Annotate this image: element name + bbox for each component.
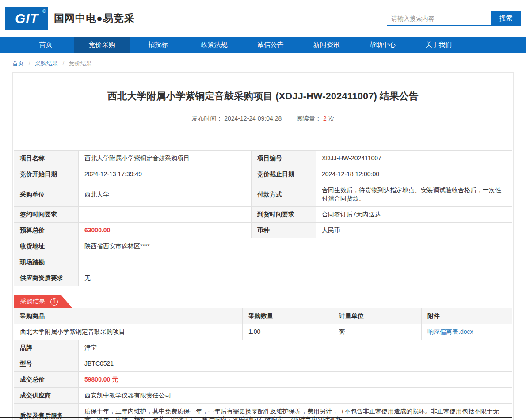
search-bar: 搜索 — [387, 11, 521, 26]
table-row: 收货地址 陕西省西安市碑林区**** — [14, 238, 512, 254]
nav-item-tendering[interactable]: 招投标 — [130, 37, 186, 53]
search-input[interactable] — [387, 11, 491, 26]
info-value: 陕西省西安市碑林区**** — [79, 238, 512, 254]
winning-supplier: 西安凯中教学仪器有限责任公司 — [79, 388, 512, 404]
info-label: 竞价截止日期 — [252, 166, 316, 182]
info-label: 到货时间要求 — [252, 207, 316, 223]
column-header: 采购商品 — [14, 308, 243, 324]
breadcrumb-purchase-results[interactable]: 采购结果 — [35, 60, 58, 67]
result-detail-table: 品牌 津宝 型号 JBTC0521 成交总价 59800.00 元 成交供应商 … — [14, 340, 512, 420]
table-row: 成交供应商 西安凯中教学仪器有限责任公司 — [14, 388, 512, 404]
info-value: 合同签订后7天内送达 — [316, 207, 512, 223]
table-row: 预算总价 63000.00 币种 人民币 — [14, 223, 512, 238]
info-label: 预算总价 — [14, 223, 79, 238]
page-title: 西北大学附属小学紫铜定音鼓采购项目 (XDJJ-HW-202411007) 结果… — [27, 90, 499, 103]
info-value: 2024-12-13 17:39:49 — [79, 166, 252, 182]
table-row: 型号 JBTC0521 — [14, 356, 512, 372]
nav-item-about-us[interactable]: 关于我们 — [411, 37, 467, 53]
column-header: 采购数量 — [243, 308, 333, 324]
info-value: 无 — [79, 270, 512, 286]
model-value: JBTC0521 — [79, 356, 512, 372]
breadcrumb-home[interactable]: 首页 — [12, 60, 24, 67]
views-label: 阅读量： — [297, 115, 321, 122]
info-label: 项目编号 — [252, 151, 316, 166]
table-row: 现场踏勘 — [14, 254, 512, 270]
info-label: 采购单位 — [14, 182, 79, 207]
info-value: 合同生效后，待货物到达指定地点、安装调试验收合格后，一次性付清合同货款。 — [316, 182, 512, 207]
info-label: 币种 — [252, 223, 316, 238]
window-bottom-edge — [0, 417, 512, 418]
detail-label: 型号 — [14, 356, 79, 372]
table-row: 项目名称 西北大学附属小学紫铜定音鼓采购项目 项目编号 XDJJ-HW-2024… — [14, 151, 512, 166]
nav-item-help-center[interactable]: 帮助中心 — [354, 37, 411, 53]
views-count: 2 — [323, 115, 327, 122]
info-label: 供应商资质要求 — [14, 270, 79, 286]
table-row: 竞价开始日期 2024-12-13 17:39:49 竞价截止日期 2024-1… — [14, 166, 512, 182]
views-unit: 次 — [328, 115, 335, 122]
info-value — [79, 207, 252, 223]
detail-label: 品牌 — [14, 340, 79, 356]
site-name: 国网中电●易竞采 — [54, 11, 135, 25]
result-tab-flag[interactable]: 采购结果 1 — [14, 295, 72, 308]
info-label: 付款方式 — [252, 182, 316, 207]
breadcrumb-current: 竞价结果 — [69, 60, 92, 67]
info-label: 收货地址 — [14, 238, 79, 254]
table-row: 供应商资质要求 无 — [14, 270, 512, 286]
project-info-table: 项目名称 西北大学附属小学紫铜定音鼓采购项目 项目编号 XDJJ-HW-2024… — [14, 150, 512, 286]
dashed-divider — [14, 133, 512, 133]
info-value: 人民币 — [316, 223, 512, 238]
table-row: 西北大学附属小学紫铜定音鼓采购项目 1.00 套 响应偏离表.docx — [14, 324, 512, 340]
info-label: 项目名称 — [14, 151, 79, 166]
info-label: 现场踏勘 — [14, 254, 79, 270]
table-row: 签约时间要求 到货时间要求 合同签订后7天内送达 — [14, 207, 512, 223]
info-value — [79, 254, 512, 270]
detail-label: 成交总价 — [14, 372, 79, 388]
budget-total-value: 63000.00 — [79, 223, 252, 238]
deal-total-price: 59800.00 元 — [79, 372, 512, 388]
table-row: 成交总价 59800.00 元 — [14, 372, 512, 388]
table-row: 采购单位 西北大学 付款方式 合同生效后，待货物到达指定地点、安装调试验收合格后… — [14, 182, 512, 207]
table-header-row: 采购商品 采购数量 计量单位 附件 — [14, 308, 512, 324]
breadcrumb-separator: / — [63, 60, 65, 67]
info-label: 签约时间要求 — [14, 207, 79, 223]
registered-trademark-icon: ® — [42, 8, 46, 14]
nav-item-home[interactable]: 首页 — [18, 37, 74, 53]
measure-unit: 套 — [333, 324, 422, 340]
top-header: GIT ® 国网中电●易竞采 搜索 — [0, 0, 526, 37]
article-meta: 发布时间： 2024-12-24 09:04:28 阅读量： 2 次 — [14, 115, 512, 123]
info-value: XDJJ-HW-202411007 — [316, 151, 512, 166]
detail-label: 成交供应商 — [14, 388, 79, 404]
logo-text: GIT — [15, 11, 38, 26]
info-value: 西北大学 — [79, 182, 252, 207]
main-nav: 首页 竞价采购 招投标 政策法规 诚信公告 新闻资讯 帮助中心 关于我们 — [0, 37, 526, 53]
brand-value: 津宝 — [79, 340, 512, 356]
nav-item-bidding-purchase[interactable]: 竞价采购 — [74, 37, 130, 53]
site-logo[interactable]: GIT ® — [5, 7, 48, 30]
announcement-panel: 西北大学附属小学紫铜定音鼓采购项目 (XDJJ-HW-202411007) 结果… — [12, 72, 514, 420]
table-row: 品牌 津宝 — [14, 340, 512, 356]
purchase-quantity: 1.00 — [243, 324, 333, 340]
nav-item-policies[interactable]: 政策法规 — [186, 37, 242, 53]
result-product-table: 采购商品 采购数量 计量单位 附件 西北大学附属小学紫铜定音鼓采购项目 1.00… — [14, 308, 512, 340]
result-tab-label: 采购结果 — [20, 298, 45, 306]
result-count-badge: 1 — [50, 298, 58, 306]
info-label: 竞价开始日期 — [14, 166, 79, 182]
info-value: 2024-12-18 12:00:00 — [316, 166, 512, 182]
column-header: 附件 — [422, 308, 512, 324]
publish-time-label: 发布时间： — [191, 115, 222, 122]
nav-item-news[interactable]: 新闻资讯 — [298, 37, 354, 53]
search-button[interactable]: 搜索 — [491, 11, 521, 26]
attachment-link[interactable]: 响应偏离表.docx — [427, 328, 473, 335]
nav-item-integrity-notices[interactable]: 诚信公告 — [242, 37, 298, 53]
product-name: 西北大学附属小学紫铜定音鼓采购项目 — [14, 324, 243, 340]
breadcrumb-separator: / — [29, 60, 30, 67]
result-section-tab: 采购结果 1 — [14, 295, 512, 308]
publish-time-value: 2024-12-24 09:04:28 — [224, 115, 282, 122]
column-header: 计量单位 — [333, 308, 422, 324]
info-value: 西北大学附属小学紫铜定音鼓采购项目 — [79, 151, 252, 166]
breadcrumb: 首页 / 采购结果 / 竞价结果 — [0, 53, 526, 72]
attachment-cell: 响应偏离表.docx — [422, 324, 512, 340]
